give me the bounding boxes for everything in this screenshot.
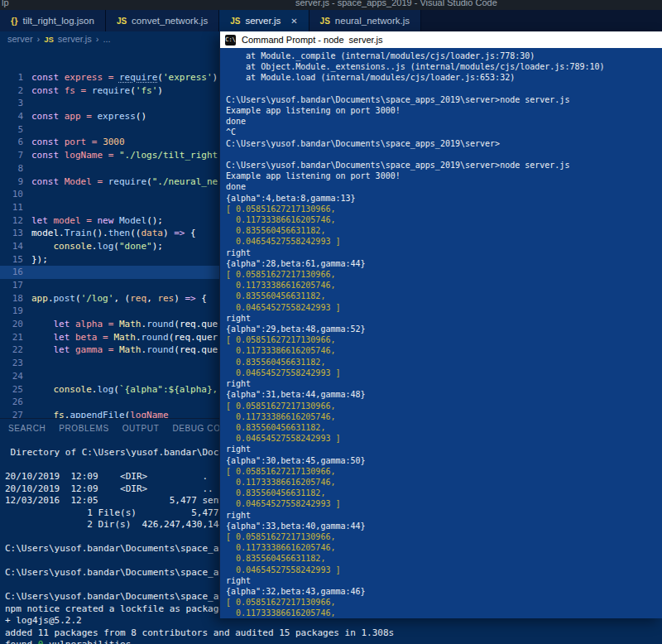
cmd-line: 0.11733386616205746, [226, 411, 662, 422]
vscode-titlebar[interactable]: lp server.js - space_apps_2019 - Visual … [0, 0, 662, 10]
code-token: beta [75, 332, 98, 343]
cmd-line: at Module.load (internal/modules/cjs/loa… [226, 72, 662, 83]
line-number: 21 [0, 331, 31, 344]
code-token: = [81, 111, 98, 122]
code-token: post [54, 293, 76, 304]
code-token: let [31, 215, 54, 226]
tab-server.js[interactable]: JSserver.js✕ [219, 10, 309, 31]
cmd-line: at Module._compile (internal/modules/cjs… [226, 50, 662, 61]
code-token: let [54, 332, 76, 343]
javascript-file-icon: JS [320, 17, 330, 26]
cmd-line: C:\Users\yusof.bandar\Documents\space_ap… [226, 94, 662, 105]
code-token: { [185, 228, 196, 238]
menu-help-fragment[interactable]: lp [2, 0, 9, 7]
cmd-line: right [226, 313, 662, 324]
code-token: 3000 [103, 137, 125, 147]
line-number: 2 [0, 84, 31, 98]
cmd-line: [ 0.05851627217130966, [226, 597, 662, 608]
cmd-line: C:\Users\yusof.bandar\Documents\space_ap… [226, 160, 662, 171]
panel-tab-search[interactable]: SEARCH [8, 419, 46, 437]
terminal-text: added 11 packages from 8 contributors an… [5, 627, 394, 638]
line-number: 11 [0, 201, 31, 214]
code-token: , ( [113, 293, 130, 304]
tab-label: tilt_right_log.json [23, 16, 94, 26]
code-token: "done" [119, 241, 152, 252]
terminal-text: 12/03/2016 12:05 5,477 sentence [5, 495, 246, 506]
cmd-titlebar[interactable]: C:\ Command Prompt - node server.js [220, 31, 662, 48]
line-number: 23 [0, 357, 31, 370]
breadcrumb-item[interactable]: server [7, 34, 33, 44]
line-number: 6 [0, 136, 31, 149]
code-token: Math [119, 344, 142, 355]
cmd-line: at Object.Module._extensions..js (intern… [226, 61, 662, 72]
tab-close-icon[interactable]: ✕ [290, 17, 297, 26]
code-token: = [75, 85, 92, 96]
code-token: ( [75, 293, 81, 304]
line-number: 27 [0, 409, 31, 418]
cmd-line: C:\Users\yusof.bandar\Documents\space_ap… [226, 138, 662, 149]
code-token: require [108, 176, 146, 187]
code-token: { [196, 293, 207, 304]
cmd-line: 0.11733386616205746, [226, 280, 662, 291]
command-prompt-window[interactable]: C:\ Command Prompt - node server.js at M… [219, 31, 662, 618]
cmd-line: Example app listening on port 3000! [226, 171, 662, 181]
code-token: ( [113, 384, 119, 395]
code-token: ) [213, 72, 218, 83]
cmd-line: [ 0.05851627217130966, [226, 401, 662, 411]
code-token [31, 319, 54, 329]
panel-tab-output[interactable]: OUTPUT [122, 419, 160, 437]
code-token: ( [146, 176, 152, 187]
tab-tilt_right_log.json[interactable]: {}tilt_right_log.json [0, 10, 106, 31]
code-text: const app = express() [31, 110, 146, 123]
code-token: ( [130, 85, 136, 96]
code-token: model [54, 215, 81, 226]
tab-label: convet_network.js [132, 16, 208, 26]
cmd-line: 0.04654527558242993 ] [226, 565, 662, 575]
cmd-prompt-icon: C:\ [225, 35, 236, 46]
code-token: let [54, 319, 76, 329]
code-text: app.post('/log', (req, res) => { [31, 292, 207, 305]
code-token: console [54, 384, 92, 395]
cmd-window-title: Command Prompt - node server.js [242, 35, 383, 45]
cmd-line: {alpha":4,beta:8,gamma:13} [226, 193, 662, 204]
cmd-line: 0.04654527558242993 ] [226, 302, 662, 313]
code-text: const Model = require("./neural_ne [31, 175, 218, 189]
code-token: fs [65, 85, 75, 96]
code-token: const [31, 150, 65, 161]
code-token: = [81, 215, 98, 226]
code-text: let model = new Model(); [31, 214, 163, 228]
code-token: express [98, 111, 136, 122]
code-token: }); [31, 254, 48, 265]
code-token: (); [146, 215, 163, 226]
line-number: 20 [0, 318, 31, 331]
cmd-line: done [226, 116, 662, 127]
breadcrumb-item[interactable]: server.js [58, 34, 92, 44]
code-token: = [98, 332, 114, 343]
code-token: req.quer [174, 332, 218, 343]
breadcrumb[interactable]: server›JSserver.js›... [0, 31, 219, 46]
cmd-output[interactable]: at Module._compile (internal/modules/cjs… [220, 48, 662, 618]
line-number: 3 [0, 97, 31, 110]
terminal-line: added 11 packages from 8 contributors an… [5, 627, 662, 640]
breadcrumb-item[interactable]: ... [103, 34, 111, 44]
line-number: 14 [0, 240, 31, 253]
tab-neural_network.js[interactable]: JSneural_network.js [309, 10, 421, 31]
code-token: "./logs/tilt_right [119, 150, 218, 161]
terminal-text: + log4js@5.2.2 [5, 615, 82, 626]
json-file-icon: {} [11, 16, 18, 26]
panel-tab-problems[interactable]: PROBLEMS [59, 419, 108, 437]
tab-convet_network.js[interactable]: JSconvet_network.js [106, 10, 219, 31]
editor-tab-bar: {}tilt_right_log.jsonJSconvet_network.js… [0, 10, 662, 31]
code-token: req [130, 293, 146, 304]
code-token: require [92, 85, 130, 96]
line-number: 4 [0, 110, 31, 123]
code-text: }); [31, 253, 48, 267]
line-number: 16 [0, 266, 31, 279]
code-token: round [146, 344, 174, 355]
terminal-text: 1 File(s) 5,477 byte [5, 507, 246, 518]
code-token: ( [174, 344, 180, 355]
code-token: => [174, 228, 185, 238]
code-token: '/log' [81, 293, 114, 304]
code-token: new [98, 215, 120, 226]
cmd-line: 0.04654527558242993 ] [226, 498, 662, 509]
